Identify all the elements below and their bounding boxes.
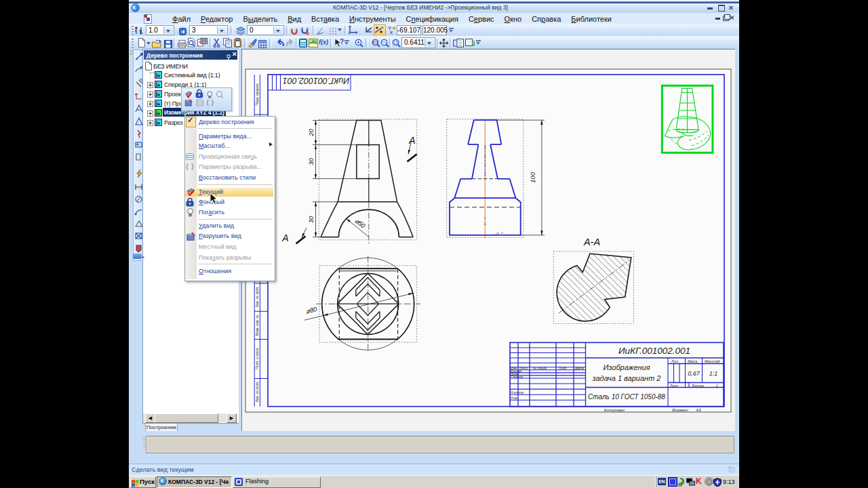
svg-text:Инв. № подл.: Инв. № подл. (255, 381, 259, 402)
svg-text:Масса: Масса (688, 360, 698, 363)
svg-text:20: 20 (307, 129, 315, 137)
svg-text:Формат: Формат (672, 408, 688, 412)
svg-text:Т.контр.: Т.контр. (511, 375, 524, 379)
svg-text:X: X (500, 231, 504, 236)
svg-text:Изображения: Изображения (603, 363, 650, 371)
svg-text:30: 30 (307, 216, 315, 223)
svg-text:Масштаб: Масштаб (705, 360, 720, 363)
svg-text:Лист: Лист (669, 384, 678, 388)
svg-text:Утв.: Утв. (511, 396, 518, 400)
svg-text:Y: Y (484, 216, 487, 221)
svg-text:Лит.: Лит. (671, 360, 679, 363)
svg-text:ИиКГ.001002.001: ИиКГ.001002.001 (283, 76, 349, 85)
svg-text:Сталь 10 ГОСТ 1050-88: Сталь 10 ГОСТ 1050-88 (588, 393, 665, 401)
svg-text:100: 100 (529, 171, 536, 183)
svg-text:ИиКГ.001002.001: ИиКГ.001002.001 (618, 346, 690, 356)
svg-text:А-А: А-А (583, 237, 600, 247)
svg-text:Листов: Листов (691, 384, 704, 388)
svg-text:1: 1 (716, 384, 718, 388)
svg-text:№ докум.: № докум. (533, 367, 547, 370)
svg-text:0,67: 0,67 (688, 370, 701, 377)
svg-text:30: 30 (307, 158, 315, 165)
svg-text:А: А (408, 135, 415, 146)
svg-text:задача 1 вариант 2: задача 1 вариант 2 (592, 374, 661, 382)
svg-text:Подп. и дата: Подп. и дата (255, 348, 259, 369)
svg-text:1:1: 1:1 (709, 370, 718, 377)
svg-text:Взам. инв. №: Взам. инв. № (255, 314, 259, 336)
svg-text:Перв. примен.: Перв. примен. (255, 83, 259, 105)
svg-text:Н.контр.: Н.контр. (511, 391, 524, 394)
svg-text:А: А (281, 232, 288, 243)
svg-text:Копировал: Копировал (604, 408, 625, 412)
svg-text:Инв. № дубл.: Инв. № дубл. (255, 287, 259, 308)
svg-text:Подп.: Подп. (559, 367, 568, 370)
svg-text:Дата: Дата (574, 367, 584, 370)
svg-text:А3: А3 (695, 408, 701, 412)
svg-text:?: ? (340, 38, 344, 45)
